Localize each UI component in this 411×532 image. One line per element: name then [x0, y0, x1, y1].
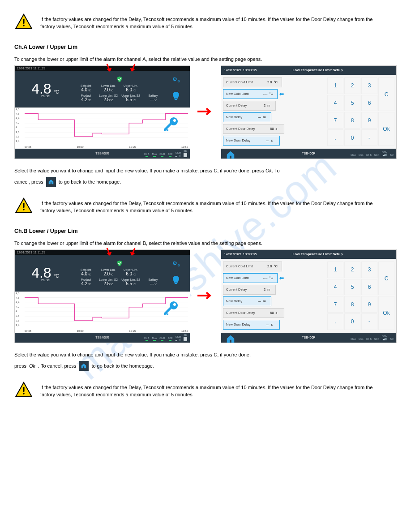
- key-3[interactable]: 3: [361, 77, 377, 94]
- key-icon[interactable]: [162, 299, 180, 318]
- arrow-icon: [104, 63, 113, 73]
- key-3[interactable]: 3: [361, 262, 377, 278]
- key-6[interactable]: 6: [361, 95, 377, 112]
- key-c: C: [214, 168, 217, 173]
- svg-rect-17: [23, 203, 24, 208]
- instr-text: . To cancel, press: [38, 363, 76, 369]
- form-row[interactable]: New Door Delay---s: [223, 136, 280, 146]
- key-5[interactable]: 5: [344, 95, 360, 112]
- key-dot[interactable]: .: [327, 129, 343, 146]
- bulb-icon[interactable]: [172, 275, 180, 286]
- warning-icon: [14, 197, 33, 214]
- status-bar: Ch AMonCh BSCFGSMSD: [144, 334, 187, 341]
- key-2[interactable]: 2: [344, 77, 360, 94]
- arrow-icon: [197, 291, 214, 301]
- svg-rect-3: [175, 99, 177, 100]
- value-grid[interactable]: Setpoint4.0°CLower Lim.2.0°CUpper Lim.6.…: [76, 255, 163, 292]
- key-c: C: [214, 352, 217, 357]
- keypad: 1 2 3 C 4 5 6 7 8 9 Ok . 0 -: [327, 77, 394, 146]
- form-row: Current Cold Limit2.0°C: [223, 77, 282, 87]
- arrow-icon: [104, 247, 113, 257]
- timestamp: 12/01/2021 11:11:29: [15, 66, 190, 71]
- key-dot[interactable]: .: [327, 313, 343, 330]
- svg-point-1: [23, 25, 25, 26]
- timestamp: 14/01/2021 10:08:05: [224, 68, 257, 72]
- arrow-icon: [128, 247, 137, 257]
- key-ok: Ok: [265, 168, 272, 173]
- gear-icon[interactable]: ⚙⚙: [172, 76, 180, 83]
- home-icon[interactable]: [226, 334, 235, 341]
- key-ok[interactable]: Ok: [378, 112, 394, 146]
- instr-text: cancel, press: [14, 179, 43, 184]
- svg-point-31: [23, 393, 25, 395]
- model-label: TSB400R: [302, 336, 315, 339]
- status-bar: Ch AMonCh BSCFGSMSD: [144, 150, 187, 157]
- form-row[interactable]: New Delay---m: [223, 296, 271, 306]
- warning-text: If the factory values are changed for th…: [40, 13, 381, 30]
- form-row[interactable]: New Cold Limit--.-°C: [223, 89, 278, 99]
- key-c[interactable]: C: [378, 262, 394, 296]
- section-title: Ch.A Lower / Upper Lim: [14, 44, 397, 50]
- form-row: Current Delay2m: [223, 285, 276, 295]
- key-minus[interactable]: -: [361, 129, 377, 146]
- svg-rect-28: [164, 313, 166, 315]
- key-icon[interactable]: [162, 115, 180, 134]
- key-0[interactable]: 0: [344, 313, 360, 330]
- form-row: Current Door Delay50s: [223, 124, 284, 134]
- section-title: Ch.B Lower / Upper Lim: [14, 228, 397, 234]
- key-ok[interactable]: Ok: [378, 296, 394, 330]
- key-1[interactable]: 1: [327, 77, 343, 94]
- left-screenshot: 12/01/2021 11:11:29 4.8°C Pause Setpoint…: [14, 65, 190, 159]
- arrow-icon: [197, 107, 214, 117]
- bulb-icon[interactable]: [172, 91, 180, 102]
- right-screenshot: 14/01/2021 10:08:05 Low Temperature Limi…: [221, 249, 397, 343]
- key-ok: Ok: [29, 363, 35, 369]
- svg-point-16: [23, 209, 25, 210]
- key-minus[interactable]: -: [361, 313, 377, 330]
- key-7[interactable]: 7: [327, 296, 343, 313]
- temp-display: 4.8°C Pause: [15, 255, 76, 292]
- form-row[interactable]: New Delay---m: [223, 112, 271, 122]
- svg-rect-13: [164, 129, 166, 131]
- key-0[interactable]: 0: [344, 129, 360, 146]
- form-row[interactable]: New Door Delay---s: [223, 320, 280, 330]
- status-bar: Ch AMonCh BSCFGSMSD: [351, 335, 394, 340]
- svg-rect-14: [167, 129, 168, 131]
- key-4[interactable]: 4: [327, 279, 343, 296]
- chart: 4,84,64,44,243,83,63,4 09:3510:0010:2510…: [15, 107, 190, 149]
- instr-text: to go back to the homepage.: [59, 179, 121, 184]
- status-bar: Ch AMonCh BSCFGSMSD: [351, 151, 394, 156]
- home-icon: [46, 177, 56, 187]
- key-8[interactable]: 8: [344, 296, 360, 313]
- instr-text: Select the value you want to change and …: [14, 352, 212, 357]
- key-7[interactable]: 7: [327, 112, 343, 129]
- section-desc: To change the lower or upper limit of th…: [14, 56, 397, 62]
- key-6[interactable]: 6: [361, 279, 377, 296]
- home-icon[interactable]: [226, 150, 235, 157]
- key-4[interactable]: 4: [327, 95, 343, 112]
- svg-rect-18: [175, 283, 177, 284]
- warning-text: If the factory values are changed for th…: [40, 197, 381, 215]
- key-8[interactable]: 8: [344, 112, 360, 129]
- key-2[interactable]: 2: [344, 262, 360, 278]
- form-row: Current Delay2m: [223, 101, 276, 111]
- model-label: TSB400R: [302, 152, 315, 155]
- dialog-title: Low Temperature Limit Setup: [292, 252, 342, 256]
- key-9[interactable]: 9: [361, 296, 377, 313]
- value-grid[interactable]: Setpoint4.0°CLower Lim.2.0°CUpper Lim.6.…: [76, 71, 163, 107]
- form-row: Current Cold Limit2.0°C: [223, 262, 282, 271]
- timestamp: 12/01/2021 11:11:29: [15, 250, 190, 255]
- key-c[interactable]: C: [378, 77, 394, 112]
- timestamp: 14/01/2021 10:08:05: [224, 252, 257, 256]
- form-row[interactable]: New Cold Limit--.-°C: [223, 273, 278, 283]
- svg-rect-2: [23, 19, 24, 24]
- gear-icon[interactable]: ⚙⚙: [172, 260, 180, 267]
- key-9[interactable]: 9: [361, 112, 377, 129]
- svg-point-26: [173, 303, 176, 306]
- instr-text: press: [14, 363, 26, 369]
- key-1[interactable]: 1: [327, 262, 343, 278]
- key-5[interactable]: 5: [344, 279, 360, 296]
- left-screenshot: 12/01/2021 11:11:29 4.8°C Pause Setpoint…: [14, 249, 190, 343]
- chart: 4,84,64,44,243,83,63,4 09:3510:0010:2510…: [15, 292, 190, 333]
- right-screenshot: 14/01/2021 10:08:05 Low Temperature Limi…: [221, 65, 397, 159]
